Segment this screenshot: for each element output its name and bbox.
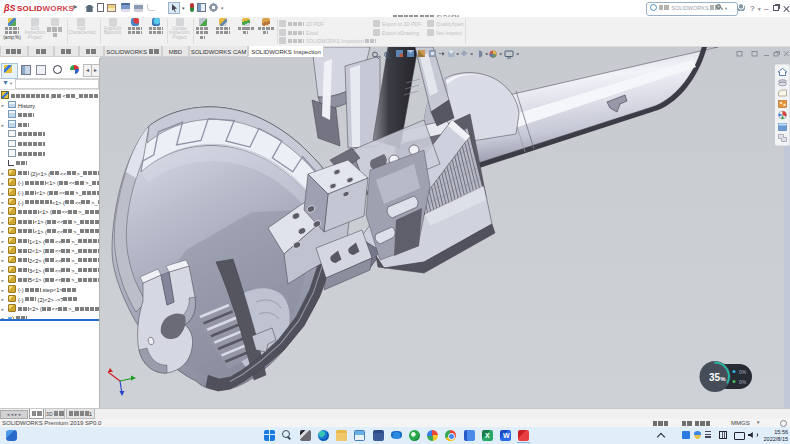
svg-text:0%: 0% bbox=[739, 369, 747, 375]
svg-text:0%: 0% bbox=[739, 379, 747, 385]
